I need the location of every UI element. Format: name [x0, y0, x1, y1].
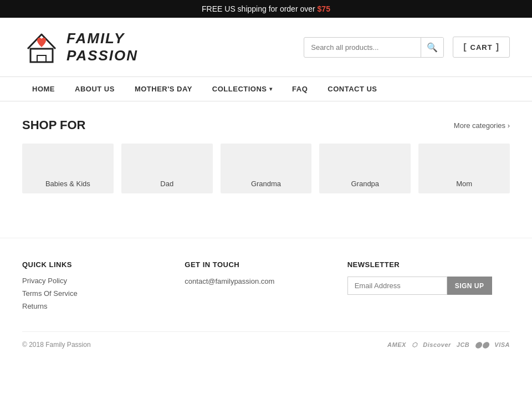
quick-links-title: QUICK LINKS [22, 260, 185, 269]
category-label: Grandpa [351, 180, 379, 188]
logo-text: FAMILY PASSION [66, 30, 138, 64]
get-in-touch-title: GET IN TOUCH [185, 260, 347, 269]
shop-for-section: SHOP FOR More categories › Babies & Kids… [0, 101, 532, 204]
nav-label-mothers-day: MOTHER'S DAY [135, 85, 192, 93]
payment-icons: AMEX ⬡ Discover JCB ⬤⬤ VISA [387, 341, 510, 349]
header: FAMILY PASSION 🔍 [ CART ] [0, 18, 532, 76]
nav-label-home: HOME [32, 85, 55, 93]
cart-label: CART [470, 43, 493, 52]
category-dad[interactable]: Dad [121, 144, 213, 193]
footer-quick-links: QUICK LINKS Privacy Policy Terms Of Serv… [22, 260, 185, 315]
footer-link-privacy[interactable]: Privacy Policy [22, 277, 185, 285]
nav-item-faq[interactable]: FAQ [282, 77, 318, 101]
category-label: Mom [456, 180, 472, 188]
header-right: 🔍 [ CART ] [304, 37, 510, 58]
newsletter-email-input[interactable] [347, 277, 447, 295]
footer-link-terms[interactable]: Terms Of Service [22, 289, 185, 298]
jcb-icon: JCB [457, 341, 470, 348]
main-nav: HOME ABOUT US MOTHER'S DAY COLLECTIONS ▾… [0, 76, 532, 101]
nav-item-about[interactable]: ABOUT US [65, 77, 125, 101]
search-input[interactable] [304, 39, 421, 56]
newsletter-form: SIGN UP [347, 277, 510, 295]
discover-icon: Discover [423, 341, 451, 348]
search-button[interactable]: 🔍 [421, 38, 443, 57]
logo-icon [22, 28, 61, 66]
category-grandpa[interactable]: Grandpa [319, 144, 411, 193]
nav-item-collections[interactable]: COLLECTIONS ▾ [202, 77, 282, 101]
cart-bracket-left: [ [463, 42, 467, 52]
shop-for-title: SHOP FOR [22, 118, 86, 132]
footer: QUICK LINKS Privacy Policy Terms Of Serv… [0, 238, 532, 360]
diners-icon: ⬡ [412, 341, 418, 349]
footer-get-in-touch: GET IN TOUCH contact@familypassion.com [185, 260, 347, 315]
footer-bottom: © 2018 Family Passion AMEX ⬡ Discover JC… [22, 331, 510, 349]
master-icon: ⬤⬤ [475, 341, 489, 349]
nav-label-about: ABOUT US [75, 85, 115, 93]
banner-amount: $75 [318, 4, 330, 13]
nav-label-faq: FAQ [292, 85, 308, 93]
footer-columns: QUICK LINKS Privacy Policy Terms Of Serv… [22, 260, 510, 315]
nav-label-contact: CONTACT US [328, 85, 377, 93]
shop-for-header: SHOP FOR More categories › [22, 118, 510, 132]
nav-label-collections: COLLECTIONS [212, 85, 267, 93]
more-categories-link[interactable]: More categories › [454, 121, 510, 130]
amex-icon: AMEX [387, 341, 406, 348]
logo[interactable]: FAMILY PASSION [22, 28, 138, 66]
search-box: 🔍 [304, 37, 444, 58]
nav-item-mothers-day[interactable]: MOTHER'S DAY [125, 77, 202, 101]
cart-button[interactable]: [ CART ] [453, 37, 510, 58]
visa-icon: VISA [494, 341, 510, 348]
banner-text: FREE US shipping for order over [202, 4, 318, 13]
category-grandma[interactable]: Grandma [221, 144, 312, 193]
footer-link-returns[interactable]: Returns [22, 302, 185, 310]
category-babies-kids[interactable]: Babies & Kids [22, 144, 114, 193]
newsletter-title: NEWSLETTER [347, 260, 510, 269]
nav-item-contact[interactable]: CONTACT US [318, 77, 387, 101]
contact-email: contact@familypassion.com [185, 277, 274, 285]
collections-chevron-icon: ▾ [269, 86, 273, 92]
footer-newsletter: NEWSLETTER SIGN UP [347, 260, 510, 315]
category-label: Babies & Kids [45, 180, 90, 188]
logo-name-top: FAMILY [66, 30, 138, 47]
cart-bracket-right: ] [496, 42, 499, 52]
copyright-text: © 2018 Family Passion [22, 341, 91, 349]
category-mom[interactable]: Mom [418, 144, 510, 193]
category-label: Grandma [251, 180, 281, 188]
nav-item-home[interactable]: HOME [22, 77, 65, 101]
categories-grid: Babies & Kids Dad Grandma Grandpa Mom [22, 144, 510, 193]
category-label: Dad [160, 180, 173, 188]
svg-rect-1 [37, 55, 46, 62]
top-banner: FREE US shipping for order over $75 [0, 0, 532, 18]
logo-name-bottom: PASSION [66, 47, 138, 64]
newsletter-signup-button[interactable]: SIGN UP [447, 277, 492, 295]
